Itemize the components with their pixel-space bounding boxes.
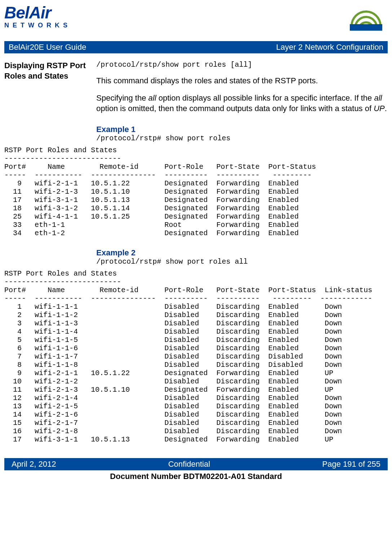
example1-output: RSTP Port Roles and States -------------…: [4, 146, 388, 237]
logo-top-text: BelAir: [4, 4, 71, 21]
svg-rect-0: [350, 24, 382, 31]
example2-output: RSTP Port Roles and States -------------…: [4, 269, 388, 444]
footer-bar: April 2, 2012 Confidential Page 191 of 2…: [4, 458, 388, 470]
header: BelAir NETWORKS: [4, 4, 388, 35]
guide-title: BelAir20E User Guide: [9, 43, 86, 52]
logo-bottom-text: NETWORKS: [4, 22, 71, 29]
logo-icon: [344, 4, 388, 35]
command-syntax: /protocol/rstp/show port roles [all]: [96, 61, 388, 69]
chapter-title: Layer 2 Network Configuration: [276, 43, 383, 52]
footer-confidential: Confidential: [168, 460, 210, 469]
example1-heading: Example 1: [89, 125, 388, 134]
desc-paragraph-1: This command displays the roles and stat…: [96, 75, 388, 86]
example2-heading: Example 2: [89, 248, 388, 258]
title-bar: BelAir20E User Guide Layer 2 Network Con…: [4, 41, 388, 53]
footer-date: April 2, 2012: [12, 460, 56, 469]
section-heading: Displaying RSTP Port Roles and States: [4, 61, 89, 81]
logo-belair: BelAir NETWORKS: [4, 4, 71, 29]
example1-command: /protocol/rstp# show port roles: [89, 134, 388, 142]
example2-command: /protocol/rstp# show port roles all: [89, 258, 388, 266]
desc-paragraph-2: Specifying the all option displays all p…: [96, 93, 388, 114]
document-number: Document Number BDTM02201-A01 Standard: [4, 472, 388, 482]
footer-page: Page 191 of 255: [322, 460, 380, 469]
